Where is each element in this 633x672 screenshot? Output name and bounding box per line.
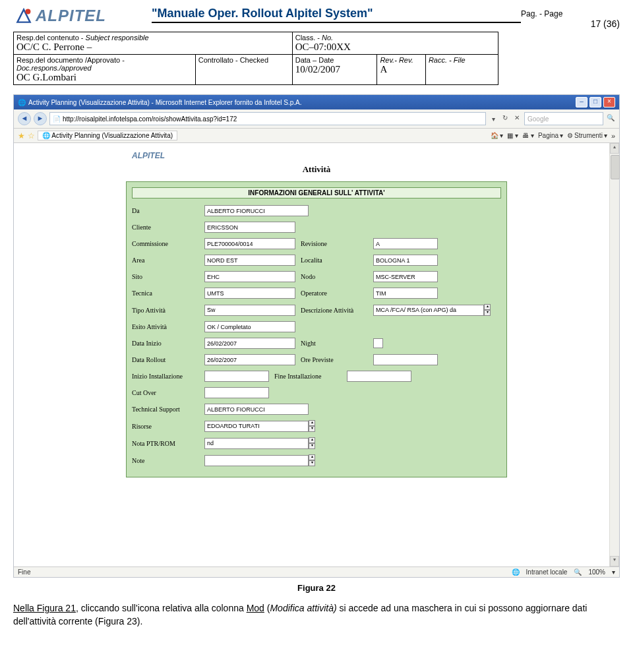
browser-tab[interactable]: 🌐 Activity Planning (Visualizzazione Att… xyxy=(38,131,177,140)
field-fine-inst[interactable] xyxy=(347,371,411,382)
label-tech-support: Technical Support xyxy=(132,406,204,413)
spinner-descrizione[interactable]: ▴▾ xyxy=(484,304,491,316)
spinner-risorse[interactable]: ▴▾ xyxy=(309,420,315,432)
url-input[interactable]: 📄 http://roisalpitel.infotelspa.com/rois… xyxy=(49,112,486,125)
field-tech-support[interactable]: ALBERTO FIORUCCI xyxy=(204,404,309,415)
field-area[interactable]: NORD EST xyxy=(204,255,295,266)
label-inizio-inst: Inizio Installazione xyxy=(132,373,204,380)
spinner-note[interactable]: ▴▾ xyxy=(309,454,315,466)
field-sito[interactable]: EHC xyxy=(204,271,295,282)
logo: ALPITEL xyxy=(13,7,152,25)
scroll-down-icon[interactable]: ▾ xyxy=(610,556,619,566)
field-cut-over[interactable] xyxy=(204,387,269,398)
favorites-star-icon[interactable]: ★ xyxy=(18,131,25,140)
logo-icon xyxy=(13,7,34,25)
label-note: Note xyxy=(132,457,204,464)
home-icon[interactable]: 🏠 ▾ xyxy=(491,132,504,139)
scroll-up-icon[interactable]: ▴ xyxy=(610,143,619,154)
field-nota-ptr[interactable]: nd xyxy=(204,438,309,449)
activity-form: INFORMAZIONI GENERALI SULL' ATTIVITA' Da… xyxy=(126,181,507,477)
document-title: "Manuale Oper. Rollout Alpitel System" xyxy=(152,7,521,23)
label-data-rollout: Data Rollout xyxy=(132,356,204,363)
field-operatore[interactable]: TIM xyxy=(373,288,438,299)
search-icon[interactable]: 🔍 xyxy=(606,114,615,123)
label-tecnica: Tecnica xyxy=(132,290,204,297)
form-section-header: INFORMAZIONI GENERALI SULL' ATTIVITA' xyxy=(132,187,501,199)
print-icon[interactable]: 🖶 ▾ xyxy=(522,132,534,139)
page-menu[interactable]: Pagina ▾ xyxy=(538,132,563,139)
forward-button[interactable]: ► xyxy=(34,112,47,125)
url-dropdown-icon[interactable]: ▾ xyxy=(489,115,498,123)
body-paragraph: Nella Figura 21, cliccando sull'icona re… xyxy=(13,602,620,628)
field-descrizione[interactable]: MCA /FCA/ RSA (con APG) da xyxy=(373,305,484,316)
tab-bar: ★ ☆ 🌐 Activity Planning (Visualizzazione… xyxy=(14,129,619,143)
zoom-dropdown-icon[interactable]: ▾ xyxy=(612,568,615,576)
close-button[interactable]: × xyxy=(603,97,615,107)
field-tipo[interactable]: Sw xyxy=(204,305,295,316)
add-favorite-icon[interactable]: ☆ xyxy=(28,131,35,140)
zone-text: Intranet locale xyxy=(526,568,568,576)
label-localita: Localita xyxy=(295,257,373,264)
label-cut-over: Cut Over xyxy=(132,389,204,396)
zoom-value: 100% xyxy=(588,568,605,576)
label-nota-ptr: Nota PTR/ROM xyxy=(132,440,204,447)
logo-text: ALPITEL xyxy=(36,7,106,25)
metadata-table: Resp.del contenuto - Subject responsible… xyxy=(13,32,620,85)
label-risorse: Risorse xyxy=(132,423,204,430)
label-night: Night xyxy=(295,340,373,347)
field-commissione[interactable]: PLE700004/0014 xyxy=(204,238,295,249)
minimize-button[interactable]: – xyxy=(576,97,588,107)
svg-point-0 xyxy=(25,9,30,15)
window-titlebar: 🌐 Activity Planning (Visualizzazione Att… xyxy=(14,95,619,109)
label-commissione: Commissione xyxy=(132,240,204,247)
field-data-rollout[interactable]: 26/02/2007 xyxy=(204,354,295,365)
page-indicator: Pag. - Page 17 (36) xyxy=(521,7,620,29)
page-content: ▴ ▾ ALPITEL Attività INFORMAZIONI GENERA… xyxy=(14,143,619,566)
tools-menu[interactable]: ⚙ Strumenti ▾ xyxy=(567,132,607,139)
content-logo: ALPITEL xyxy=(132,151,165,160)
label-descrizione: Descrizione Attività xyxy=(295,307,373,314)
field-tecnica[interactable]: UMTS xyxy=(204,288,295,299)
zoom-icon: 🔍 xyxy=(574,568,582,576)
content-title: Attività xyxy=(26,164,607,175)
field-risorse[interactable]: EDOARDO TURATI xyxy=(204,421,309,432)
ie-icon: 🌐 xyxy=(18,99,26,106)
feed-icon[interactable]: ▦ ▾ xyxy=(507,132,518,139)
browser-window: 🌐 Activity Planning (Visualizzazione Att… xyxy=(13,94,620,578)
maximize-button[interactable]: □ xyxy=(589,97,601,107)
window-title: Activity Planning (Visualizzazione Attiv… xyxy=(28,99,301,106)
label-nodo: Nodo xyxy=(295,273,373,280)
field-inizio-inst[interactable] xyxy=(204,371,269,382)
label-revisione: Revisione xyxy=(295,240,373,247)
label-area: Area xyxy=(132,257,204,264)
spinner-nota-ptr[interactable]: ▴▾ xyxy=(309,437,315,449)
field-da[interactable]: ALBERTO FIORUCCI xyxy=(204,205,309,216)
label-sito: Sito xyxy=(132,273,204,280)
label-esito: Esito Attività xyxy=(132,323,204,330)
field-revisione[interactable]: A xyxy=(373,238,438,249)
search-input[interactable]: Google xyxy=(524,112,603,125)
stop-icon[interactable]: ✕ xyxy=(512,114,522,123)
status-bar: Fine 🌐 Intranet locale 🔍 100% ▾ xyxy=(14,566,619,577)
field-esito[interactable]: OK / Completato xyxy=(204,321,295,332)
scroll-thumb[interactable] xyxy=(611,155,620,179)
field-ore-previste[interactable] xyxy=(373,354,438,365)
back-button[interactable]: ◄ xyxy=(18,112,31,125)
label-ore-previste: Ore Previste xyxy=(295,356,373,363)
label-da: Da xyxy=(132,207,204,214)
field-note[interactable] xyxy=(204,455,309,466)
field-data-inizio[interactable]: 26/02/2007 xyxy=(204,338,295,349)
label-cliente: Cliente xyxy=(132,224,204,231)
field-localita[interactable]: BOLOGNA 1 xyxy=(373,255,438,266)
vertical-scrollbar[interactable]: ▴ ▾ xyxy=(609,143,619,566)
address-bar: ◄ ► 📄 http://roisalpitel.infotelspa.com/… xyxy=(14,109,619,129)
field-cliente[interactable]: ERICSSON xyxy=(204,222,295,233)
label-operatore: Operatore xyxy=(295,290,373,297)
label-fine-inst: Fine Installazione xyxy=(269,373,347,380)
status-text: Fine xyxy=(18,568,30,576)
label-tipo: Tipo Attività xyxy=(132,307,204,314)
label-data-inizio: Data Inizio xyxy=(132,340,204,347)
refresh-icon[interactable]: ↻ xyxy=(500,114,510,123)
field-nodo[interactable]: MSC-SERVER xyxy=(373,271,438,282)
checkbox-night[interactable] xyxy=(373,338,383,348)
